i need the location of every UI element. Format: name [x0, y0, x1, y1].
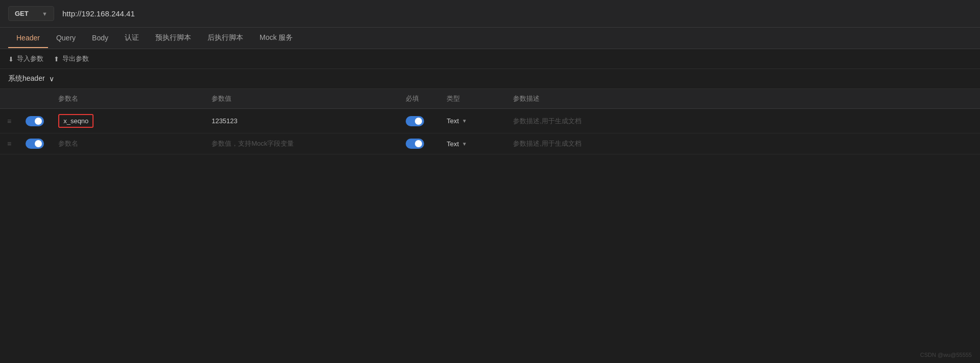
param-desc-cell-1[interactable]: 参数描述,用于生成文档	[506, 109, 980, 133]
section-label: 系统header	[8, 74, 45, 83]
toggle-cell-2[interactable]	[18, 133, 51, 154]
method-selector[interactable]: GET ▼	[8, 6, 54, 21]
method-label: GET	[15, 10, 29, 17]
tab-body[interactable]: Body	[84, 29, 116, 48]
table-row: ≡ x_seqno 1235123	[0, 109, 980, 133]
tab-post-script[interactable]: 后执行脚本	[199, 28, 251, 49]
param-type-cell-1[interactable]: Text ▼	[439, 109, 506, 133]
export-icon: ⬆	[54, 55, 59, 63]
tab-mock[interactable]: Mock 服务	[251, 28, 301, 49]
param-desc-cell-2[interactable]: 参数描述,用于生成文档	[506, 133, 980, 154]
type-dropdown-1[interactable]: Text ▼	[447, 117, 499, 125]
tab-query[interactable]: Query	[48, 29, 84, 48]
table-row: ≡ 参数名 参数值，支持Mock字段变量	[0, 133, 980, 154]
col-name-header: 参数名	[51, 89, 204, 109]
drag-handle-2[interactable]: ≡	[0, 133, 18, 154]
param-name-cell-1[interactable]: x_seqno	[51, 109, 204, 133]
section-chevron-icon: ∨	[49, 75, 54, 83]
params-table: 参数名 参数值 必填 类型 参数描述 ≡	[0, 89, 980, 154]
drag-handle-1[interactable]: ≡	[0, 109, 18, 133]
system-header-section[interactable]: 系统header ∨	[0, 69, 980, 89]
row1-required-toggle[interactable]	[406, 116, 424, 126]
watermark: CSDN @wu@55555	[920, 352, 972, 358]
param-name-cell-2[interactable]: 参数名	[51, 133, 204, 154]
col-desc-header: 参数描述	[506, 89, 980, 109]
col-value-header: 参数值	[204, 89, 399, 109]
col-required-header: 必填	[399, 89, 439, 109]
tabs-bar: Header Query Body 认证 预执行脚本 后执行脚本 Mock 服务	[0, 28, 980, 49]
row2-toggle[interactable]	[26, 139, 44, 149]
col-drag-header	[0, 89, 18, 109]
toggle-cell-1[interactable]	[18, 109, 51, 133]
method-chevron-icon: ▼	[42, 11, 48, 17]
param-value-cell-2[interactable]: 参数值，支持Mock字段变量	[204, 133, 399, 154]
type-dropdown-2[interactable]: Text ▼	[447, 140, 499, 148]
param-required-cell-1[interactable]	[399, 109, 439, 133]
url-input[interactable]	[54, 6, 972, 21]
col-type-header: 类型	[439, 89, 506, 109]
row2-required-toggle[interactable]	[406, 139, 424, 149]
param-required-cell-2[interactable]	[399, 133, 439, 154]
type-chevron-icon-2: ▼	[462, 141, 467, 147]
url-bar: GET ▼	[0, 0, 980, 28]
import-icon: ⬆	[8, 55, 14, 63]
type-chevron-icon-1: ▼	[462, 118, 467, 124]
export-label: 导出参数	[62, 54, 89, 63]
tab-header[interactable]: Header	[8, 29, 48, 48]
table-header-row: 参数名 参数值 必填 类型 参数描述	[0, 89, 980, 109]
export-params-button[interactable]: ⬆ 导出参数	[54, 54, 89, 63]
col-toggle-header	[18, 89, 51, 109]
import-label: 导入参数	[17, 54, 43, 63]
tab-auth[interactable]: 认证	[116, 28, 147, 49]
import-params-button[interactable]: ⬆ 导入参数	[8, 54, 43, 63]
param-value-cell-1[interactable]: 1235123	[204, 109, 399, 133]
param-type-cell-2[interactable]: Text ▼	[439, 133, 506, 154]
tab-pre-script[interactable]: 预执行脚本	[147, 28, 199, 49]
actions-row: ⬆ 导入参数 ⬆ 导出参数	[0, 49, 980, 69]
row1-toggle[interactable]	[26, 116, 44, 126]
param-name-highlighted: x_seqno	[58, 114, 94, 128]
